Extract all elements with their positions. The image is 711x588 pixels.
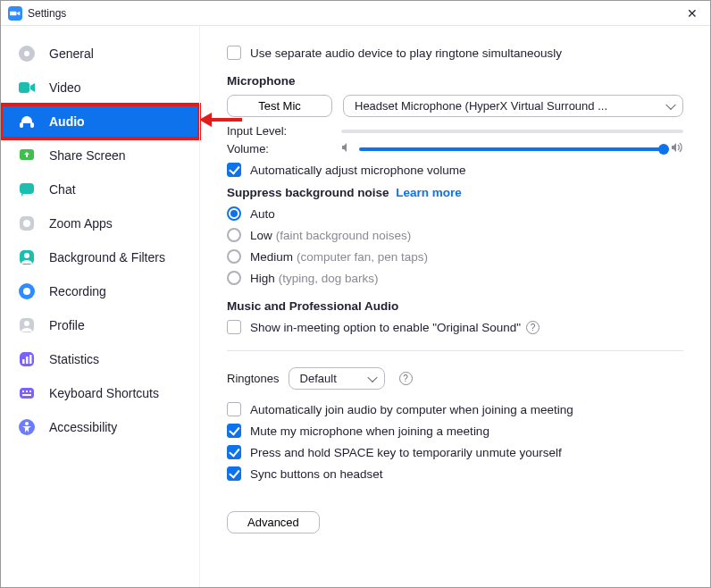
sidebar-item-label: Chat bbox=[49, 182, 76, 197]
checkbox[interactable] bbox=[227, 163, 241, 177]
noise-low-option[interactable]: Low (faint background noises) bbox=[227, 228, 683, 242]
volume-slider-thumb[interactable] bbox=[658, 144, 669, 155]
sidebar: General Video Audio Share Screen Chat bbox=[1, 26, 199, 587]
chat-icon bbox=[17, 180, 37, 199]
help-icon[interactable]: ? bbox=[399, 372, 413, 385]
option-hint: (faint background noises) bbox=[276, 229, 412, 242]
sidebar-item-label: General bbox=[49, 46, 94, 61]
settings-panel: Use separate audio device to play ringto… bbox=[199, 26, 710, 587]
volume-slider[interactable] bbox=[359, 147, 664, 151]
gear-icon bbox=[17, 44, 37, 63]
sidebar-item-general[interactable]: General bbox=[1, 37, 199, 71]
headphones-icon bbox=[17, 112, 37, 131]
radio[interactable] bbox=[227, 206, 241, 221]
accessibility-icon bbox=[17, 417, 37, 437]
volume-label: Volume: bbox=[227, 142, 341, 155]
auto-adjust-mic-option[interactable]: Automatically adjust microphone volume bbox=[227, 163, 683, 177]
svg-point-12 bbox=[23, 288, 30, 295]
option-label: Show in-meeting option to enable "Origin… bbox=[250, 321, 521, 334]
separate-audio-device-option[interactable]: Use separate audio device to play ringto… bbox=[227, 46, 683, 60]
music-audio-title: Music and Professional Audio bbox=[227, 299, 683, 313]
svg-rect-17 bbox=[26, 357, 29, 364]
svg-point-25 bbox=[25, 422, 29, 425]
sidebar-item-statistics[interactable]: Statistics bbox=[1, 342, 199, 376]
sidebar-item-keyboard-shortcuts[interactable]: Keyboard Shortcuts bbox=[1, 376, 199, 410]
svg-rect-20 bbox=[22, 391, 24, 392]
suppress-noise-title: Suppress background noise Learn more bbox=[227, 186, 683, 199]
sidebar-item-background-filters[interactable]: Background & Filters bbox=[1, 240, 199, 274]
close-button[interactable]: ✕ bbox=[682, 6, 703, 21]
share-screen-icon bbox=[17, 146, 37, 165]
speaker-low-icon bbox=[341, 142, 352, 155]
auto-join-audio-option[interactable]: Automatically join audio by computer whe… bbox=[227, 402, 683, 416]
recording-icon bbox=[17, 281, 37, 301]
window-title: Settings bbox=[28, 7, 682, 20]
sidebar-item-label: Statistics bbox=[49, 352, 99, 366]
svg-point-14 bbox=[24, 321, 29, 326]
advanced-button[interactable]: Advanced bbox=[227, 511, 320, 533]
option-label: Low bbox=[250, 229, 272, 242]
checkbox[interactable] bbox=[227, 402, 241, 416]
sidebar-item-chat[interactable]: Chat bbox=[1, 172, 199, 206]
divider bbox=[227, 350, 683, 351]
video-icon bbox=[17, 78, 37, 97]
sidebar-item-label: Zoom Apps bbox=[49, 216, 113, 231]
help-icon[interactable]: ? bbox=[526, 321, 540, 334]
svg-rect-19 bbox=[20, 388, 34, 399]
noise-medium-option[interactable]: Medium (computer fan, pen taps) bbox=[227, 249, 683, 264]
sidebar-item-label: Accessibility bbox=[49, 420, 117, 434]
svg-rect-23 bbox=[22, 394, 31, 396]
sidebar-item-label: Video bbox=[49, 80, 81, 95]
sidebar-item-video[interactable]: Video bbox=[1, 71, 199, 105]
checkbox[interactable] bbox=[227, 445, 241, 459]
radio[interactable] bbox=[227, 228, 241, 242]
svg-point-1 bbox=[24, 51, 29, 56]
checkbox[interactable] bbox=[227, 466, 241, 481]
svg-rect-6 bbox=[20, 183, 34, 194]
radio[interactable] bbox=[227, 249, 241, 264]
sync-headset-option[interactable]: Sync buttons on headset bbox=[227, 466, 683, 481]
sidebar-item-zoom-apps[interactable]: Zoom Apps bbox=[1, 206, 199, 240]
sidebar-item-label: Recording bbox=[49, 284, 106, 298]
option-label: Automatically adjust microphone volume bbox=[250, 164, 466, 177]
keyboard-icon bbox=[17, 383, 37, 403]
option-label: Auto bbox=[250, 207, 275, 221]
sidebar-item-accessibility[interactable]: Accessibility bbox=[1, 410, 199, 444]
mute-on-join-option[interactable]: Mute my microphone when joining a meetin… bbox=[227, 424, 683, 438]
input-level-meter bbox=[341, 130, 683, 133]
sidebar-item-share-screen[interactable]: Share Screen bbox=[1, 139, 199, 172]
background-icon bbox=[17, 248, 37, 267]
checkbox[interactable] bbox=[227, 424, 241, 438]
sidebar-item-label: Audio bbox=[49, 114, 85, 129]
sidebar-item-audio[interactable]: Audio bbox=[1, 105, 199, 139]
svg-rect-18 bbox=[29, 355, 32, 364]
svg-rect-3 bbox=[20, 122, 23, 128]
svg-rect-22 bbox=[29, 391, 31, 392]
option-label: Medium bbox=[250, 250, 293, 264]
svg-rect-2 bbox=[19, 82, 29, 93]
radio[interactable] bbox=[227, 271, 241, 285]
sidebar-item-label: Share Screen bbox=[49, 148, 126, 163]
option-label: Sync buttons on headset bbox=[250, 467, 383, 481]
test-mic-button[interactable]: Test Mic bbox=[227, 95, 332, 117]
noise-high-option[interactable]: High (typing, dog barks) bbox=[227, 271, 683, 285]
ringtones-label: Ringtones bbox=[227, 372, 280, 385]
sidebar-item-profile[interactable]: Profile bbox=[1, 308, 199, 342]
svg-point-8 bbox=[23, 220, 30, 227]
svg-rect-21 bbox=[26, 391, 28, 392]
statistics-icon bbox=[17, 349, 37, 369]
titlebar: Settings ✕ bbox=[1, 1, 710, 26]
learn-more-link[interactable]: Learn more bbox=[396, 186, 462, 199]
checkbox[interactable] bbox=[227, 320, 241, 334]
checkbox[interactable] bbox=[227, 46, 241, 60]
speaker-high-icon bbox=[671, 142, 683, 155]
sidebar-item-label: Background & Filters bbox=[49, 250, 165, 265]
original-sound-option[interactable]: Show in-meeting option to enable "Origin… bbox=[227, 320, 683, 334]
microphone-device-dropdown[interactable]: Headset Microphone (HyperX Virtual Surro… bbox=[343, 95, 683, 117]
noise-auto-option[interactable]: Auto bbox=[227, 206, 683, 221]
ringtone-dropdown[interactable]: Default bbox=[289, 367, 385, 390]
option-label: Press and hold SPACE key to temporarily … bbox=[250, 446, 562, 459]
sidebar-item-recording[interactable]: Recording bbox=[1, 274, 199, 308]
space-unmute-option[interactable]: Press and hold SPACE key to temporarily … bbox=[227, 445, 683, 459]
svg-point-10 bbox=[24, 253, 29, 258]
